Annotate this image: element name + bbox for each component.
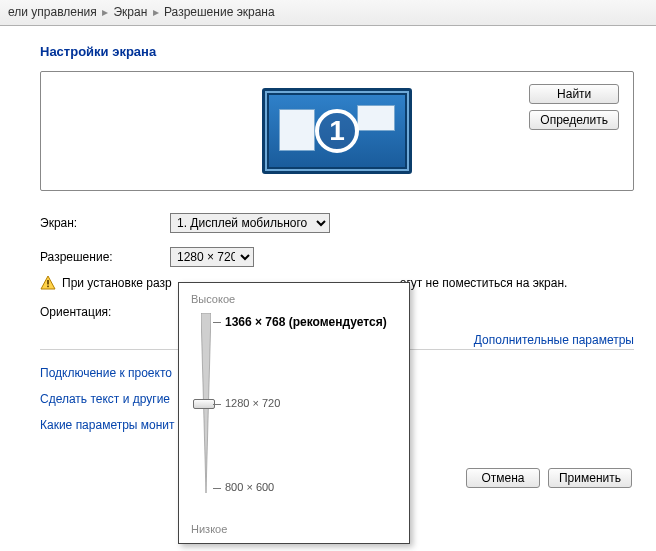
- breadcrumb-3[interactable]: Разрешение экрана: [164, 5, 275, 19]
- resolution-label: Разрешение:: [40, 250, 170, 264]
- resolution-select[interactable]: 1280 × 720: [170, 247, 254, 267]
- chevron-right-icon: ▸: [102, 5, 108, 19]
- resolution-option-recommended[interactable]: 1366 × 768 (рекомендуется): [225, 315, 387, 329]
- resolution-option-low[interactable]: 800 × 600: [225, 481, 274, 493]
- find-button[interactable]: Найти: [529, 84, 619, 104]
- window-icon: [357, 105, 395, 131]
- display-select[interactable]: 1. Дисплей мобильного ПК: [170, 213, 330, 233]
- svg-rect-2: [47, 286, 49, 288]
- resolution-slider-popup: Высокое 1366 × 768 (рекомендуется) 1280 …: [178, 282, 410, 544]
- identify-button[interactable]: Определить: [529, 110, 619, 130]
- advanced-settings-link[interactable]: Дополнительные параметры: [474, 333, 634, 347]
- display-label: Экран:: [40, 216, 170, 230]
- warning-text-left: При установке разр: [62, 276, 172, 290]
- orientation-label: Ориентация:: [40, 305, 170, 319]
- breadcrumb-2[interactable]: Экран: [113, 5, 147, 19]
- slider-low-label: Низкое: [191, 523, 227, 535]
- monitor-thumbnail[interactable]: 1: [262, 88, 412, 174]
- breadcrumb[interactable]: ели управления ▸ Экран ▸ Разрешение экра…: [0, 0, 656, 26]
- chevron-right-icon: ▸: [153, 5, 159, 19]
- svg-rect-1: [47, 280, 49, 285]
- warning-text-right: огут не поместиться на экран.: [400, 276, 568, 290]
- window-icon: [279, 109, 315, 151]
- display-preview-panel: 1 Найти Определить: [40, 71, 634, 191]
- cancel-button[interactable]: Отмена: [466, 468, 540, 488]
- warning-icon: [40, 275, 56, 291]
- breadcrumb-1[interactable]: ели управления: [8, 5, 97, 19]
- resolution-slider-thumb[interactable]: [193, 399, 215, 409]
- page-title: Настройки экрана: [40, 44, 634, 59]
- display-number-badge: 1: [315, 109, 359, 153]
- slider-high-label: Высокое: [191, 293, 397, 305]
- resolution-option-mid[interactable]: 1280 × 720: [225, 397, 280, 409]
- apply-button[interactable]: Применить: [548, 468, 632, 488]
- resolution-slider-track[interactable]: [191, 313, 219, 493]
